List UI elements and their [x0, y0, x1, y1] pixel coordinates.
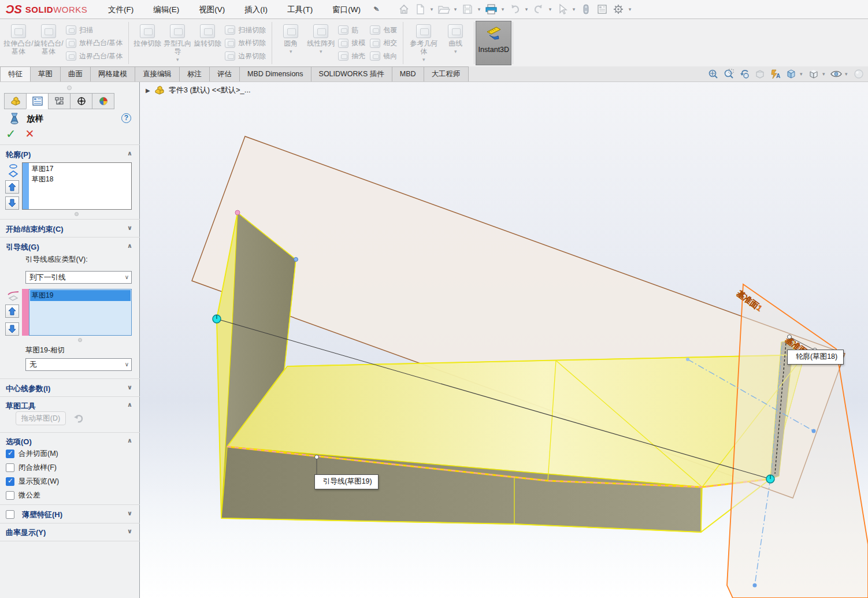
hole-wizard-button[interactable]: 异型孔向导 ▾ — [162, 21, 192, 65]
instant3d-button[interactable]: Instant3D — [476, 21, 511, 65]
section-curvature-display-header[interactable]: 曲率显示(Y) — [6, 528, 46, 538]
select-cursor-icon[interactable] — [555, 2, 570, 17]
help-icon[interactable]: ? — [121, 113, 131, 123]
undo-sketch-icon[interactable] — [73, 413, 86, 424]
selection-capsule-icon[interactable] — [578, 2, 593, 17]
profiles-list-resize-handle[interactable] — [75, 212, 79, 216]
swept-cut-button[interactable]: 扫描切除 — [225, 24, 266, 36]
tab-annotation[interactable]: 标注 — [179, 66, 210, 81]
shell-button[interactable]: 抽壳 — [338, 50, 365, 62]
combo-chevron-icon[interactable]: ∨ — [125, 272, 129, 283]
close-loft-checkbox[interactable]: 闭合放样(F) — [6, 463, 57, 473]
tab-mbd-dimensions[interactable]: MBD Dimensions — [239, 66, 311, 81]
reference-geometry-dropdown-icon[interactable]: ▾ — [422, 57, 425, 62]
section-centerline-header[interactable]: 中心线参数(I) — [6, 384, 50, 394]
dimxpert-manager-tab[interactable] — [70, 93, 92, 109]
options-gear-icon[interactable] — [611, 2, 626, 17]
profile-list-item[interactable]: 草图18 — [30, 174, 131, 184]
reference-geometry-button[interactable]: 参考几何体 ▾ — [407, 21, 440, 65]
expand-curvature-display-icon[interactable]: ∨ — [127, 528, 132, 535]
boundary-boss-button[interactable]: 边界凸台/基体 — [66, 50, 123, 62]
expand-constraints-icon[interactable]: ∨ — [127, 224, 132, 232]
combo-chevron-icon[interactable]: ∨ — [125, 359, 129, 370]
zoom-area-icon[interactable] — [722, 67, 736, 81]
thin-feature-checkbox[interactable] — [6, 510, 14, 519]
move-guide-up-button[interactable] — [5, 304, 19, 318]
print-dropdown-icon[interactable]: ▾ — [500, 6, 506, 12]
checkbox-icon[interactable] — [6, 450, 14, 458]
loft-connector-end[interactable] — [766, 475, 774, 483]
centerline-endpoint[interactable] — [686, 358, 689, 361]
tab-features[interactable]: 特征 — [0, 66, 31, 81]
section-options-header[interactable]: 选项(O) — [6, 437, 32, 447]
display-style-dropdown-icon[interactable]: ▾ — [822, 71, 828, 77]
flyout-feature-tree[interactable]: ▶ 零件3 (默认) <<默认>_... — [146, 85, 251, 95]
home-icon[interactable] — [396, 2, 411, 17]
checkbox-icon[interactable] — [6, 477, 14, 486]
tab-direct-editing[interactable]: 直接编辑 — [135, 66, 180, 81]
collapse-profiles-icon[interactable]: ∧ — [127, 150, 132, 157]
display-style-icon[interactable] — [807, 67, 821, 81]
panel-collapse-handle[interactable] — [67, 86, 72, 90]
centerline-endpoint[interactable] — [812, 429, 816, 433]
display-manager-tab[interactable] — [92, 93, 114, 109]
tab-mesh-modeling[interactable]: 网格建模 — [90, 66, 135, 81]
linear-pattern-dropdown-icon[interactable]: ▾ — [320, 49, 322, 54]
micro-tolerance-checkbox[interactable]: 微公差 — [6, 491, 40, 500]
redo-dropdown-icon[interactable]: ▾ — [547, 6, 554, 12]
hole-wizard-dropdown-icon[interactable]: ▾ — [176, 57, 179, 62]
hide-show-items-icon[interactable] — [829, 67, 843, 81]
fillet-dropdown-icon[interactable]: ▾ — [290, 49, 292, 54]
section-thin-feature-header[interactable]: 薄壁特征(H) — [22, 510, 62, 520]
edit-appearance-icon[interactable] — [852, 67, 866, 81]
checkbox-icon[interactable] — [6, 463, 14, 472]
collapse-options-icon[interactable]: ∧ — [127, 437, 132, 444]
section-start-end-constraints-header[interactable]: 开始/结束约束(C) — [6, 224, 64, 235]
ok-button[interactable]: ✓ — [6, 127, 16, 141]
move-profile-up-button[interactable] — [5, 180, 19, 194]
cancel-button[interactable]: ✕ — [25, 127, 35, 141]
task-pane-icon[interactable] — [595, 2, 610, 17]
checkbox-icon[interactable] — [6, 491, 14, 500]
select-dropdown-icon[interactable]: ▾ — [571, 6, 577, 12]
curves-button[interactable]: 曲线 ▾ — [440, 21, 470, 65]
collapse-guide-curves-icon[interactable]: ∧ — [127, 242, 132, 250]
tab-engineer[interactable]: 大工程师 — [424, 66, 469, 81]
extruded-cut-button[interactable]: 拉伸切除 — [132, 21, 162, 65]
sketch-vertex-pink[interactable] — [235, 210, 240, 215]
swept-boss-button[interactable]: 扫描 — [66, 24, 123, 36]
linear-pattern-button[interactable]: 线性阵列 ▾ — [306, 21, 336, 65]
move-guide-down-button[interactable] — [5, 322, 19, 336]
wrap-button[interactable]: 包覆 — [370, 24, 397, 36]
expand-centerline-icon[interactable]: ∨ — [127, 384, 132, 391]
menu-file[interactable]: 文件(F) — [98, 0, 143, 19]
centerline-endpoint[interactable] — [753, 584, 757, 588]
expand-thin-feature-icon[interactable]: ∨ — [127, 510, 132, 517]
loft-connector-start[interactable] — [213, 315, 221, 323]
intersect-button[interactable]: 相交 — [370, 37, 397, 50]
checkbox-icon[interactable] — [6, 510, 14, 519]
previous-view-icon[interactable] — [737, 67, 751, 81]
tab-evaluate[interactable]: 评估 — [209, 66, 240, 81]
feature-manager-tab[interactable] — [4, 93, 27, 109]
pin-menu-icon[interactable]: ✒ — [370, 3, 383, 16]
tab-surfaces[interactable]: 曲面 — [60, 66, 91, 81]
profiles-listbox[interactable]: 草图17 草图18 — [22, 162, 132, 210]
move-profile-down-button[interactable] — [5, 196, 19, 210]
open-icon[interactable] — [436, 2, 451, 17]
hide-show-items-dropdown-icon[interactable]: ▾ — [845, 71, 850, 77]
open-dropdown-icon[interactable]: ▾ — [452, 6, 459, 12]
section-guide-curves-header[interactable]: 引导线(G) — [6, 242, 39, 252]
section-profiles-header[interactable]: 轮廓(P) — [6, 150, 31, 160]
lofted-cut-button[interactable]: 放样切除 — [225, 37, 266, 50]
redo-icon[interactable] — [531, 2, 546, 17]
hide-show-annotations-icon[interactable]: A — [769, 67, 782, 81]
tab-sketch[interactable]: 草图 — [30, 66, 61, 81]
options-dropdown-icon[interactable]: ▾ — [627, 6, 633, 12]
undo-dropdown-icon[interactable]: ▾ — [524, 6, 530, 12]
zoom-fit-icon[interactable] — [706, 67, 720, 81]
property-manager-tab[interactable] — [26, 93, 49, 109]
guide-list-item-selected[interactable]: 草图19 — [30, 290, 131, 301]
configuration-manager-tab[interactable] — [48, 93, 71, 109]
collapse-sketch-tools-icon[interactable]: ∧ — [127, 401, 132, 408]
